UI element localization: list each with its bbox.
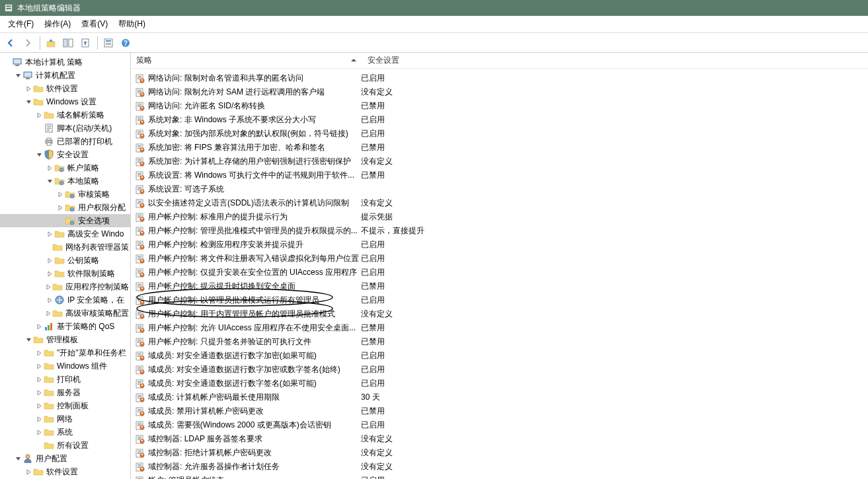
list-row[interactable]: 用户帐户控制: 检测应用程序安装并提示提升已启用 <box>131 238 868 252</box>
list-row[interactable]: 用户帐户控制: 只提升签名并验证的可执行文件已禁用 <box>131 335 868 349</box>
list-row[interactable]: 域控制器: 拒绝计算机帐户密码更改没有定义 <box>131 446 868 460</box>
back-button[interactable] <box>3 35 19 51</box>
expand-icon[interactable] <box>34 427 44 437</box>
list-row[interactable]: 系统对象: 加强内部系统对象的默认权限(例如，符号链接)已启用 <box>131 127 868 141</box>
tree-pane[interactable]: 本地计算机 策略计算机配置软件设置Windows 设置域名解析策略脚本(启动/关… <box>0 53 131 479</box>
tree-item[interactable]: 系统 <box>0 425 130 439</box>
expand-icon[interactable] <box>45 269 54 278</box>
expand-icon[interactable] <box>45 309 52 318</box>
list-row[interactable]: 网络访问: 限制允许对 SAM 进行远程调用的客户端没有定义 <box>131 85 868 99</box>
expand-icon[interactable] <box>45 282 52 291</box>
tree-item[interactable]: Windows 设置 <box>0 95 130 108</box>
help-button[interactable]: ? <box>118 35 134 51</box>
tree-item[interactable]: IP 安全策略，在 <box>0 293 130 307</box>
tree-item[interactable]: 用户权限分配 <box>0 201 130 214</box>
list-row[interactable]: 网络访问: 限制对命名管道和共享的匿名访问已启用 <box>131 71 868 85</box>
list-row[interactable]: 域控制器: 允许服务器操作者计划任务没有定义 <box>131 460 868 474</box>
tree-item[interactable]: 用户配置 <box>0 452 130 465</box>
list-row[interactable]: 域成员: 禁用计算机帐户密码更改已禁用 <box>131 404 868 418</box>
list-row[interactable]: 用户帐户控制: 管理员批准模式中管理员的提升权限提示的...不提示，直接提升 <box>131 224 868 238</box>
list-row[interactable]: 域成员: 对安全通道数据进行数字签名(如果可能)已启用 <box>131 377 868 390</box>
tree-item[interactable]: 脚本(启动/关机) <box>0 122 130 135</box>
tree-item[interactable]: 公钥策略 <box>0 254 130 267</box>
list-pane[interactable]: 策略 安全设置 网络访问: 限制对命名管道和共享的匿名访问已启用网络访问: 限制… <box>131 53 868 479</box>
list-row[interactable]: 网络访问: 允许匿名 SID/名称转换已禁用 <box>131 99 868 113</box>
tree-item[interactable]: 已部署的打印机 <box>0 135 130 148</box>
expand-icon[interactable] <box>45 256 54 265</box>
list-row[interactable]: 帐户: 管理员帐户状态已启用 <box>131 474 868 479</box>
tree-item[interactable]: 应用程序控制策略 <box>0 280 130 293</box>
menu-action[interactable]: 操作(A) <box>39 16 76 32</box>
expand-icon[interactable] <box>24 467 33 476</box>
expand-icon[interactable] <box>34 388 44 397</box>
tree-item[interactable]: 控制面板 <box>0 399 130 412</box>
tree-item[interactable]: 基于策略的 QoS <box>0 320 130 333</box>
tree-item[interactable]: 打印机 <box>0 373 130 386</box>
tree-item[interactable]: 网络列表管理器策 <box>0 240 130 254</box>
header-setting[interactable]: 安全设置 <box>362 53 494 69</box>
collapse-icon[interactable] <box>13 454 22 463</box>
header-policy[interactable]: 策略 <box>131 53 362 69</box>
menu-view[interactable]: 查看(V) <box>76 16 113 32</box>
tree-item[interactable]: 安全设置 <box>0 148 130 161</box>
tree-item[interactable]: 本地计算机 策略 <box>0 55 130 69</box>
tree-item[interactable]: 网络 <box>0 412 130 425</box>
tree-item[interactable]: 域名解析策略 <box>0 108 130 122</box>
list-row[interactable]: 用户帐户控制: 用于内置管理员帐户的管理员批准模式没有定义 <box>131 307 868 321</box>
expand-icon[interactable] <box>45 229 54 239</box>
tree-item[interactable]: Windows 组件 <box>0 359 130 373</box>
list-row[interactable]: 以安全描述符定义语言(SDDL)语法表示的计算机访问限制没有定义 <box>131 196 868 210</box>
tree-item[interactable]: 高级审核策略配置 <box>0 307 130 320</box>
tree-item[interactable]: 软件设置 <box>0 82 130 95</box>
expand-icon[interactable] <box>34 401 44 410</box>
expand-icon[interactable] <box>34 414 44 424</box>
collapse-icon[interactable] <box>34 150 44 159</box>
list-row[interactable]: 域成员: 对安全通道数据进行数字加密或数字签名(始终)已启用 <box>131 363 868 377</box>
list-row[interactable]: 系统设置: 将 Windows 可执行文件中的证书规则用于软件...已禁用 <box>131 168 868 182</box>
tree-item[interactable]: 审核策略 <box>0 188 130 201</box>
collapse-icon[interactable] <box>24 97 33 106</box>
list-row[interactable]: 域成员: 对安全通道数据进行数字加密(如果可能)已启用 <box>131 349 868 363</box>
expand-icon[interactable] <box>34 375 44 384</box>
menu-file[interactable]: 文件(F) <box>3 16 39 32</box>
up-button[interactable] <box>43 35 59 51</box>
tree-item[interactable]: "开始"菜单和任务栏 <box>0 346 130 359</box>
tree-item[interactable]: 高级安全 Windo <box>0 227 130 240</box>
list-row[interactable]: 系统加密: 将 FIPS 兼容算法用于加密、哈希和签名已禁用 <box>131 141 868 155</box>
expand-icon[interactable] <box>34 361 44 371</box>
list-row[interactable]: 用户帐户控制: 提示提升时切换到安全桌面已禁用 <box>131 279 868 293</box>
list-row[interactable]: 系统对象: 非 Windows 子系统不要求区分大小写已启用 <box>131 113 868 127</box>
list-row[interactable]: 系统加密: 为计算机上存储的用户密钥强制进行强密钥保护没有定义 <box>131 155 868 168</box>
expand-icon[interactable] <box>45 295 54 305</box>
list-row[interactable]: 用户帐户控制: 标准用户的提升提示行为提示凭据 <box>131 210 868 224</box>
tree-item[interactable]: 帐户策略 <box>0 161 130 174</box>
properties-button[interactable] <box>100 35 116 51</box>
tree-item[interactable]: 管理模板 <box>0 333 130 346</box>
expand-icon[interactable] <box>56 190 65 199</box>
tree-item[interactable]: 服务器 <box>0 386 130 399</box>
tree-item[interactable]: 所有设置 <box>0 439 130 452</box>
show-hide-button[interactable] <box>60 35 76 51</box>
list-row[interactable]: 用户帐户控制: 允许 UIAccess 应用程序在不使用安全桌面...已禁用 <box>131 321 868 335</box>
list-row[interactable]: 域成员: 计算机帐户密码最长使用期限30 天 <box>131 390 868 404</box>
expand-icon[interactable] <box>34 348 44 357</box>
expand-icon[interactable] <box>34 110 44 120</box>
expand-icon[interactable] <box>24 84 33 93</box>
list-row[interactable]: 用户帐户控制: 以管理员批准模式运行所有管理员已启用 <box>131 293 868 307</box>
tree-item[interactable]: 软件限制策略 <box>0 267 130 280</box>
forward-button[interactable] <box>20 35 36 51</box>
list-row[interactable]: 域成员: 需要强(Windows 2000 或更高版本)会话密钥已启用 <box>131 418 868 432</box>
tree-item[interactable]: 安全选项 <box>0 214 130 227</box>
expand-icon[interactable] <box>34 322 44 331</box>
expand-icon[interactable] <box>56 203 65 212</box>
collapse-icon[interactable] <box>24 335 33 344</box>
tree-item[interactable]: 计算机配置 <box>0 69 130 82</box>
export-button[interactable] <box>77 35 93 51</box>
collapse-icon[interactable] <box>13 71 22 80</box>
expand-icon[interactable] <box>45 163 54 172</box>
list-row[interactable]: 用户帐户控制: 将文件和注册表写入错误虚拟化到每用户位置已启用 <box>131 252 868 266</box>
collapse-icon[interactable] <box>45 176 54 186</box>
list-row[interactable]: 域控制器: LDAP 服务器签名要求没有定义 <box>131 432 868 446</box>
tree-item[interactable]: 本地策略 <box>0 174 130 188</box>
tree-item[interactable]: 软件设置 <box>0 465 130 478</box>
